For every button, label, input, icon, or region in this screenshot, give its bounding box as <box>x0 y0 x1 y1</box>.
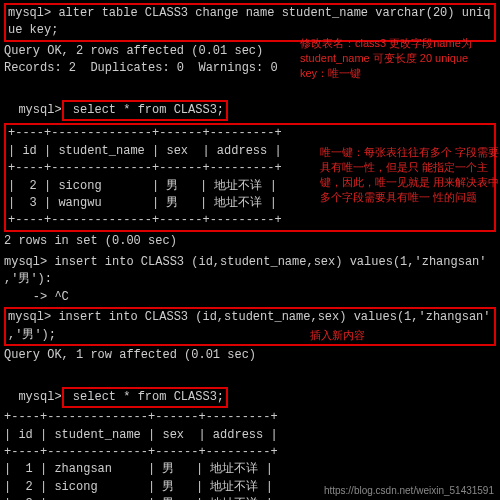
cmd-select1-box: select * from CLASS3; <box>62 100 228 121</box>
prompt[interactable]: mysql> <box>18 103 61 117</box>
annotation-alter: 修改表名：class3 更改字段name为 student_name 可变长度 … <box>300 36 480 81</box>
table-sep: +----+--------------+------+---------+ <box>4 409 496 426</box>
prompt[interactable]: mysql> <box>4 255 47 269</box>
prompt[interactable]: mysql> <box>18 390 61 404</box>
cmd-alter: alter table CLASS3 change name student_n… <box>8 6 491 37</box>
result-line: Query OK, 1 row affected (0.01 sec) <box>4 347 496 364</box>
table-sep: +----+--------------+------+---------+ <box>8 212 492 229</box>
annotation-unique: 唯一键：每张表往往有多个 字段需要具有唯一性，但是只 能指定一个主键，因此，唯一… <box>320 145 500 204</box>
table-sep: +----+--------------+------+---------+ <box>8 125 492 142</box>
table-row: | 1 | zhangsan | 男 | 地址不详 | <box>4 461 496 478</box>
annotation-insert: 插入新内容 <box>310 328 410 343</box>
cmd-insert: insert into CLASS3 (id,student_name,sex)… <box>8 310 491 341</box>
cmd-select2-box: select * from CLASS3; <box>62 387 228 408</box>
cmd-select2-line: mysql> select * from CLASS3; <box>4 368 496 409</box>
cmd-select1-line: mysql> select * from CLASS3; <box>4 82 496 123</box>
continuation: -> ^C <box>4 289 496 306</box>
table-header: | id | student_name | sex | address | <box>4 427 496 444</box>
cmd-insert-box: mysql> insert into CLASS3 (id,student_na… <box>4 307 496 346</box>
prompt[interactable]: mysql> <box>8 310 51 324</box>
result-line: 2 rows in set (0.00 sec) <box>4 233 496 250</box>
cmd-insert-typo: mysql> insert into CLASS3 (id,student_na… <box>4 254 496 289</box>
table-sep: +----+--------------+------+---------+ <box>4 444 496 461</box>
prompt[interactable]: mysql> <box>8 6 51 20</box>
watermark: https://blog.csdn.net/weixin_51431591 <box>324 484 494 499</box>
